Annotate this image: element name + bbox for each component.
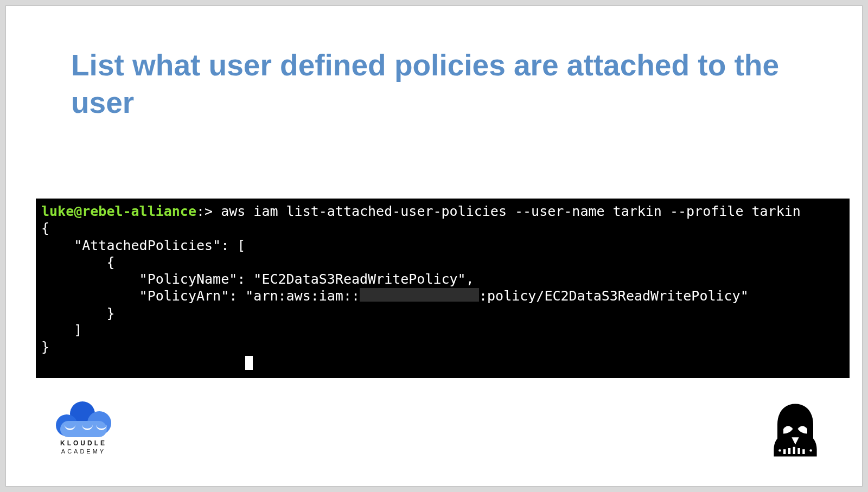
terminal-output-line: { <box>41 254 114 270</box>
slide: List what user defined policies are atta… <box>5 5 863 487</box>
terminal-output-line: } <box>41 339 49 355</box>
slide-title: List what user defined policies are atta… <box>71 47 808 122</box>
terminal-output-line: { <box>41 220 49 236</box>
terminal-cursor <box>245 356 253 370</box>
kloudle-academy-logo: KLOUDLE ACADEMY <box>43 400 124 455</box>
redacted-account-id <box>360 288 479 302</box>
svg-rect-0 <box>788 448 790 454</box>
slide-container: List what user defined policies are atta… <box>0 0 868 492</box>
terminal-prompt-sep: :> <box>196 203 213 219</box>
terminal-output-line: "AttachedPolicies": [ <box>41 238 245 253</box>
svg-point-5 <box>778 449 781 451</box>
svg-rect-2 <box>797 448 800 454</box>
terminal-output-line: ] <box>41 322 82 338</box>
svg-rect-1 <box>793 447 795 454</box>
terminal-output-line: "PolicyArn": "arn:aws:iam:: <box>41 288 360 304</box>
kloudle-cloud-icon <box>54 400 113 433</box>
terminal-output-line: "PolicyName": "EC2DataS3ReadWritePolicy"… <box>41 271 474 287</box>
svg-rect-4 <box>783 449 786 454</box>
terminal-screenshot: luke@rebel-alliance:> aws iam list-attac… <box>36 199 850 378</box>
terminal-output-line: } <box>41 305 114 321</box>
terminal-prompt-user: luke@rebel-alliance <box>41 203 196 219</box>
svg-point-6 <box>809 449 812 451</box>
terminal-output-line: :policy/EC2DataS3ReadWritePolicy" <box>479 288 749 304</box>
terminal-command: aws iam list-attached-user-policies --us… <box>213 203 801 219</box>
darth-vader-icon <box>765 400 825 460</box>
logo-text-line1: KLOUDLE <box>43 439 124 447</box>
logo-text-line2: ACADEMY <box>43 448 124 455</box>
svg-rect-3 <box>802 449 805 454</box>
